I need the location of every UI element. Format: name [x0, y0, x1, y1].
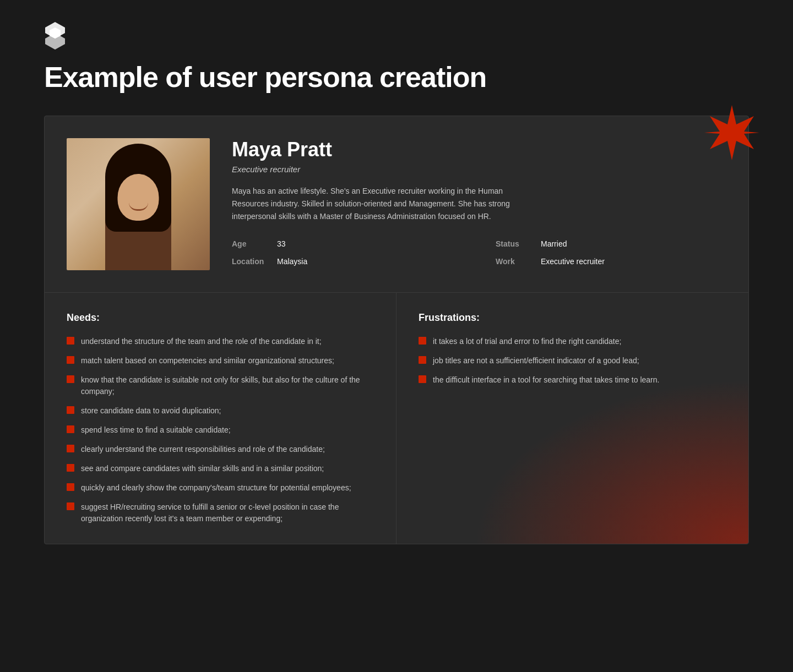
persona-top-section: Maya Pratt Executive recruiter Maya has …: [45, 116, 748, 293]
needs-item-text: see and compare candidates with similar …: [81, 463, 324, 474]
location-label: Location: [232, 257, 270, 266]
needs-list-item: see and compare candidates with similar …: [67, 463, 374, 474]
page-title: Example of user persona creation: [44, 61, 749, 94]
work-label: Work: [496, 257, 534, 266]
needs-item-text: know that the candidate is suitable not …: [81, 374, 374, 397]
bullet-icon: [67, 425, 74, 433]
frustrations-list: it takes a lot of trial and error to fin…: [419, 336, 726, 386]
page-wrapper: Example of user persona creation Maya Pr…: [0, 0, 793, 577]
logo: [44, 22, 66, 44]
photo-smile: [129, 203, 148, 211]
bullet-icon: [67, 356, 74, 364]
needs-item-text: quickly and clearly show the company's/t…: [81, 482, 351, 494]
bullet-icon: [67, 406, 74, 414]
persona-name: Maya Pratt: [232, 138, 726, 161]
bullet-icon: [67, 337, 74, 345]
needs-list-item: store candidate data to avoid duplicatio…: [67, 405, 374, 417]
frustrations-title: Frustrations:: [419, 312, 726, 324]
detail-work: Work Executive recruiter: [496, 257, 726, 266]
bullet-icon: [67, 502, 74, 510]
persona-photo: [67, 138, 210, 270]
age-label: Age: [232, 239, 270, 248]
bullet-icon: [67, 483, 74, 491]
bottom-gradient: [473, 379, 748, 544]
needs-item-text: clearly understand the current responsib…: [81, 444, 325, 455]
frustrations-item-text: job titles are not a sufficient/efficien…: [433, 355, 639, 367]
persona-bio: Maya has an active lifestyle. She's an E…: [232, 185, 540, 223]
status-value: Married: [541, 239, 567, 248]
status-label: Status: [496, 239, 534, 248]
needs-list-item: spend less time to find a suitable candi…: [67, 424, 374, 436]
persona-details: Age 33 Status Married Location Malaysia: [232, 239, 726, 266]
needs-list-item: understand the structure of the team and…: [67, 336, 374, 347]
needs-section: Needs: understand the structure of the t…: [45, 293, 397, 544]
needs-list-item: suggest HR/recruiting service to fulfill…: [67, 501, 374, 525]
frustrations-list-item: it takes a lot of trial and error to fin…: [419, 336, 726, 347]
needs-item-text: understand the structure of the team and…: [81, 336, 322, 347]
svg-marker-3: [704, 105, 759, 160]
frustrations-section: Frustrations: it takes a lot of trial an…: [397, 293, 748, 544]
needs-list-item: quickly and clearly show the company's/t…: [67, 482, 374, 494]
detail-location: Location Malaysia: [232, 257, 463, 266]
location-value: Malaysia: [277, 257, 307, 266]
needs-list-item: know that the candidate is suitable not …: [67, 374, 374, 397]
bullet-icon: [419, 375, 426, 383]
photo-face: [118, 174, 159, 221]
work-value: Executive recruiter: [541, 257, 605, 266]
needs-item-text: store candidate data to avoid duplicatio…: [81, 405, 221, 417]
persona-bottom-section: Needs: understand the structure of the t…: [45, 293, 748, 544]
frustrations-list-item: the difficult interface in a tool for se…: [419, 374, 726, 386]
detail-status: Status Married: [496, 239, 726, 248]
frustrations-list-item: job titles are not a sufficient/efficien…: [419, 355, 726, 367]
needs-item-text: suggest HR/recruiting service to fulfill…: [81, 501, 374, 525]
persona-job-title: Executive recruiter: [232, 165, 726, 174]
needs-item-text: spend less time to find a suitable candi…: [81, 424, 231, 436]
persona-info: Maya Pratt Executive recruiter Maya has …: [232, 138, 726, 270]
needs-list-item: clearly understand the current responsib…: [67, 444, 374, 455]
needs-item-text: match talent based on competencies and s…: [81, 355, 334, 367]
needs-title: Needs:: [67, 312, 374, 324]
frustrations-item-text: it takes a lot of trial and error to fin…: [433, 336, 621, 347]
needs-list-item: match talent based on competencies and s…: [67, 355, 374, 367]
bullet-icon: [67, 375, 74, 383]
bullet-icon: [419, 337, 426, 345]
persona-card: Maya Pratt Executive recruiter Maya has …: [44, 116, 749, 544]
age-value: 33: [277, 239, 286, 248]
bullet-icon: [419, 356, 426, 364]
bullet-icon: [67, 464, 74, 472]
starburst-decoration: [704, 105, 759, 160]
detail-age: Age 33: [232, 239, 463, 248]
frustrations-item-text: the difficult interface in a tool for se…: [433, 374, 659, 386]
needs-list: understand the structure of the team and…: [67, 336, 374, 525]
bullet-icon: [67, 445, 74, 452]
